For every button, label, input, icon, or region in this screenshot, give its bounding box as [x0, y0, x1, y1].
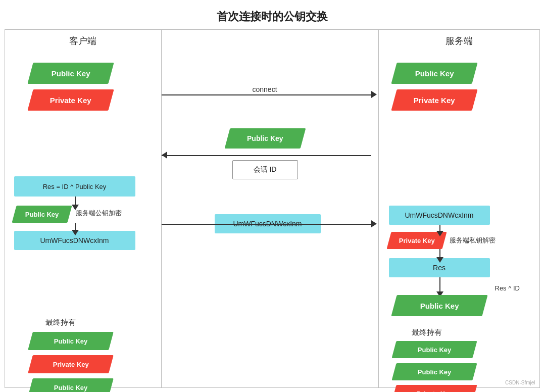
server-private-key: Private Key	[391, 89, 477, 111]
server-final-pubkey1: Public Key	[391, 341, 477, 358]
server-result-pubkey: Public Key	[391, 295, 487, 316]
server-final-pubkey2: Public Key	[391, 363, 477, 380]
main-title: 首次连接时的公钥交换	[0, 0, 544, 29]
diagram-area: 客户端 Public Key Private Key Res = ID ^ Pu…	[5, 29, 540, 388]
middle-session-id: 会话 ID	[232, 160, 298, 179]
client-final-pubkey1: Public Key	[28, 332, 114, 350]
client-pubkey-small: Public Key	[12, 206, 72, 223]
server-privkey-decrypt-label: 服务端私钥解密	[450, 236, 496, 245]
client-res-formula: Res = ID ^ Public Key	[14, 176, 135, 197]
client-header: 客户端	[5, 30, 161, 51]
server-header: 服务端	[379, 30, 539, 51]
middle-server-pubkey: Public Key	[224, 128, 306, 149]
client-final-privkey: Private Key	[28, 355, 114, 373]
server-final-hold-label: 最终持有	[412, 328, 442, 337]
client-final-hold-label: 最终持有	[45, 318, 76, 327]
server-column: 服务端 Public Key Private Key UmWFucsDNWcxI…	[379, 30, 539, 387]
client-private-key: Private Key	[27, 89, 114, 111]
watermark: CSDN-Sfmjel	[505, 380, 535, 385]
client-final-pubkey2: Public Key	[28, 378, 114, 392]
server-encrypted-recv: UmWFucsDNWcxInm	[389, 206, 490, 225]
server-public-key: Public Key	[391, 63, 477, 84]
client-column: 客户端 Public Key Private Key Res = ID ^ Pu…	[5, 30, 162, 387]
server-final-privkey: Private Key	[391, 385, 477, 392]
res-xor-id-label: Res ^ ID	[495, 284, 520, 292]
connect-label: connect	[253, 85, 277, 93]
middle-column: connect Public Key 会话 ID UmWFucsDNWcxInm	[162, 30, 379, 387]
client-public-key: Public Key	[27, 63, 114, 84]
server-pubkey-encrypt-label: 服务端公钥加密	[76, 209, 122, 218]
